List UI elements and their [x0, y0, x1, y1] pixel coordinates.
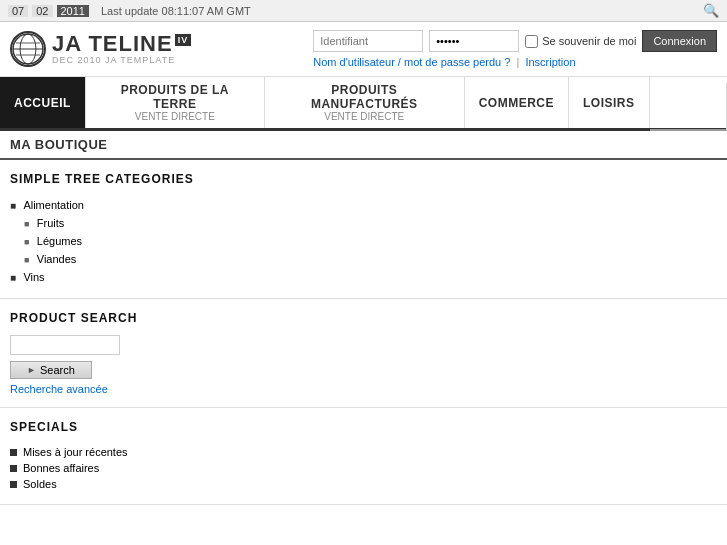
last-update: Last update 08:11:07 AM GMT [101, 5, 251, 17]
tree-section-title: SIMPLE TREE CATEGORIES [10, 172, 717, 186]
logo-globe [10, 31, 46, 67]
bullet-icon: ■ [24, 219, 29, 229]
top-bar: 07 02 2011 Last update 08:11:07 AM GMT 🔍 [0, 0, 727, 22]
list-item: Mises à jour récentes [10, 444, 717, 460]
nav-label-accueil: ACCUEIL [14, 96, 71, 110]
specials-link-bonnes[interactable]: Bonnes affaires [23, 462, 99, 474]
register-link[interactable]: Inscription [525, 56, 575, 68]
logo-ja: JA TELINE [52, 31, 173, 56]
top-search-area[interactable]: 🔍 [703, 3, 719, 18]
nav-item-produits-man[interactable]: PRODUITS MANUFACTURÉS VENTE DIRECTE [265, 77, 465, 128]
login-area: Se souvenir de moi Connexion Nom d'utili… [313, 30, 717, 68]
specials-list: Mises à jour récentes Bonnes affaires So… [10, 444, 717, 492]
nav-item-produits-terre[interactable]: PRODUITS DE LA TERRE VENTE DIRECTE [86, 77, 265, 128]
nav-sublabel-produits-man: VENTE DIRECTE [279, 111, 450, 122]
bullet-icon: ■ [10, 272, 16, 283]
nav-label-loisirs: LOISIRS [583, 96, 635, 110]
username-input[interactable] [313, 30, 423, 52]
remember-me-checkbox[interactable] [525, 35, 538, 48]
nav-sublabel-produits-terre: VENTE DIRECTE [100, 111, 250, 122]
search-button-label: Search [40, 364, 75, 376]
tree-link-fruits[interactable]: Fruits [37, 217, 65, 229]
specials-link-recentes[interactable]: Mises à jour récentes [23, 446, 128, 458]
login-button[interactable]: Connexion [642, 30, 717, 52]
search-icon[interactable]: 🔍 [703, 3, 719, 18]
date-07: 07 [8, 5, 28, 17]
bullet-icon: ■ [10, 200, 16, 211]
top-bar-dates: 07 02 2011 Last update 08:11:07 AM GMT [8, 5, 251, 17]
bullet-icon: ■ [24, 255, 29, 265]
tree-categories-section: SIMPLE TREE CATEGORIES ■ Alimentation ■ … [0, 160, 727, 299]
specials-title: SPECIALS [10, 420, 717, 434]
tree-link-alimentation[interactable]: Alimentation [23, 199, 84, 211]
header: JA TELINEIV DEC 2010 JA TEMPLATE Se souv… [0, 22, 727, 77]
main-content: SIMPLE TREE CATEGORIES ■ Alimentation ■ … [0, 160, 727, 505]
logo-text: JA TELINEIV DEC 2010 JA TEMPLATE [52, 33, 191, 65]
tree-list: ■ Alimentation ■ Fruits ■ Légumes ■ Vian… [10, 196, 717, 286]
product-search-input[interactable] [10, 335, 120, 355]
nav-item-loisirs[interactable]: LOISIRS [569, 77, 650, 128]
tree-link-vins[interactable]: Vins [23, 271, 44, 283]
list-item: ■ Vins [10, 268, 717, 286]
logo-subtitle: DEC 2010 JA TEMPLATE [52, 55, 191, 65]
bullet-icon [10, 481, 17, 488]
bullet-icon: ■ [24, 237, 29, 247]
product-search-section: PRODUCT SEARCH ► Search Recherche avancé… [0, 299, 727, 408]
specials-section: SPECIALS Mises à jour récentes Bonnes af… [0, 408, 727, 505]
search-arrow-icon: ► [27, 365, 36, 375]
nav-label-produits-man: PRODUITS MANUFACTURÉS [279, 83, 450, 111]
logo-title: JA TELINEIV [52, 33, 191, 55]
login-links: Nom d'utilisateur / mot de passe perdu ?… [313, 56, 575, 68]
forgot-password-link[interactable]: Nom d'utilisateur / mot de passe perdu ? [313, 56, 510, 68]
nav-item-accueil[interactable]: ACCUEIL [0, 77, 86, 128]
bullet-icon [10, 449, 17, 456]
list-item: ■ Fruits [10, 214, 717, 232]
nav-label-produits-terre: PRODUITS DE LA TERRE [100, 83, 250, 111]
product-search-title: PRODUCT SEARCH [10, 311, 717, 325]
nav-empty [650, 83, 727, 131]
boutique-label: MA BOUTIQUE [10, 137, 107, 152]
advanced-search-link[interactable]: Recherche avancée [10, 383, 717, 395]
nav-bar: ACCUEIL PRODUITS DE LA TERRE VENTE DIREC… [0, 77, 727, 131]
list-item: Soldes [10, 476, 717, 492]
specials-link-soldes[interactable]: Soldes [23, 478, 57, 490]
search-button[interactable]: ► Search [10, 361, 92, 379]
nav-label-commerce: COMMERCE [479, 96, 554, 110]
list-item: ■ Viandes [10, 250, 717, 268]
list-item: ■ Légumes [10, 232, 717, 250]
bullet-icon [10, 465, 17, 472]
logo-area: JA TELINEIV DEC 2010 JA TEMPLATE [10, 31, 210, 67]
logo-badge: IV [175, 34, 192, 46]
boutique-bar: MA BOUTIQUE [0, 131, 727, 160]
tree-link-legumes[interactable]: Légumes [37, 235, 82, 247]
password-input[interactable] [429, 30, 519, 52]
nav-item-commerce[interactable]: COMMERCE [465, 77, 569, 128]
date-2011: 2011 [57, 5, 89, 17]
list-item: Bonnes affaires [10, 460, 717, 476]
date-02: 02 [32, 5, 52, 17]
tree-link-viandes[interactable]: Viandes [37, 253, 77, 265]
login-row: Se souvenir de moi Connexion [313, 30, 717, 52]
list-item: ■ Alimentation [10, 196, 717, 214]
remember-me-label[interactable]: Se souvenir de moi [525, 35, 636, 48]
